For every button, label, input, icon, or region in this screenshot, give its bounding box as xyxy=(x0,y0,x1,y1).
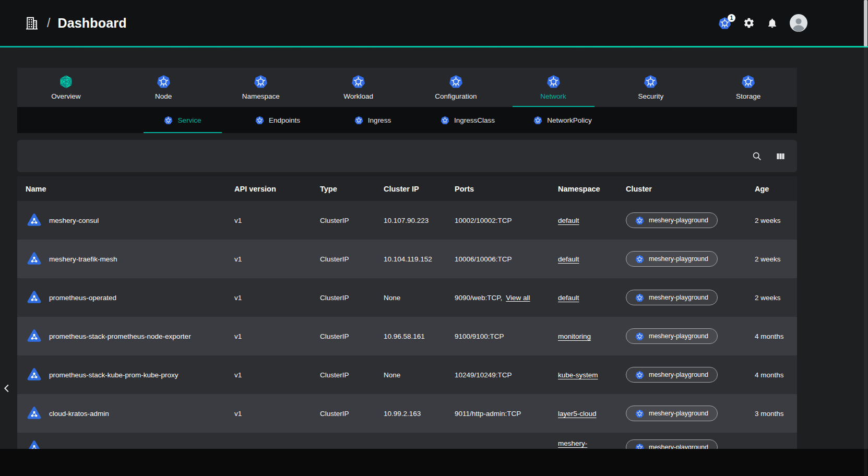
subtab-service[interactable]: Service xyxy=(135,107,230,133)
table-row[interactable]: cloud-kratos-admin v1 ClusterIP 10.99.2.… xyxy=(17,394,797,433)
service-name: prometheus-stack-prometheus-node-exporte… xyxy=(49,332,191,340)
gear-icon xyxy=(743,17,755,29)
namespace-link[interactable]: default xyxy=(558,294,579,302)
api-version-cell: v1 xyxy=(226,255,312,263)
columns-icon xyxy=(776,151,786,161)
cluster-chip[interactable]: meshery-playground xyxy=(626,212,718,228)
type-cell: ClusterIP xyxy=(312,294,375,302)
column-header-namespace[interactable]: Namespace xyxy=(550,185,617,193)
kubernetes-icon xyxy=(533,116,542,125)
scrollbar-thumb[interactable] xyxy=(864,0,867,46)
table-row[interactable]: prometheus-stack-prometheus-node-exporte… xyxy=(17,317,797,355)
subtab-networkpolicy[interactable]: NetworkPolicy xyxy=(515,107,610,133)
table-row[interactable]: meshery-consul v1 ClusterIP 10.107.90.22… xyxy=(17,201,797,240)
header-actions: 1 xyxy=(718,14,807,32)
kubernetes-icon xyxy=(255,116,264,125)
type-cell: ClusterIP xyxy=(312,332,375,340)
cluster-ip-cell: None xyxy=(375,371,446,379)
ports-cell: 9090/web:TCP,View all xyxy=(446,294,550,302)
service-icon xyxy=(26,212,43,228)
age-cell: 2 weeks xyxy=(746,255,797,263)
service-icon xyxy=(26,328,43,344)
network-subtabbar: Service Endpoints Ingress IngressClass N… xyxy=(17,107,797,133)
cluster-ip-cell: None xyxy=(375,294,446,302)
kubernetes-icon xyxy=(635,371,644,379)
namespace-link[interactable]: default xyxy=(558,255,579,263)
type-cell: ClusterIP xyxy=(312,410,375,418)
search-button[interactable] xyxy=(752,151,762,161)
column-header-age[interactable]: Age xyxy=(746,185,797,193)
service-icon xyxy=(26,406,43,421)
type-cell: ClusterIP xyxy=(312,255,375,263)
ports-cell: 10006/10006:TCP xyxy=(446,255,550,263)
column-header-cluster-ip[interactable]: Cluster IP xyxy=(375,185,446,193)
table-toolbar xyxy=(17,140,797,172)
meshery-logo-icon xyxy=(59,75,73,89)
kubernetes-icon xyxy=(635,293,644,302)
cluster-chip[interactable]: meshery-playground xyxy=(626,251,718,267)
cluster-context-button[interactable]: 1 xyxy=(718,17,731,30)
settings-button[interactable] xyxy=(743,17,755,29)
tab-namespace[interactable]: Namespace xyxy=(212,68,310,107)
cluster-chip[interactable]: meshery-playground xyxy=(626,439,718,449)
column-visibility-button[interactable] xyxy=(776,151,786,161)
column-header-api-version[interactable]: API version xyxy=(226,185,312,193)
table-row[interactable]: prometheus-stack-kube-prom-kube-proxy v1… xyxy=(17,355,797,394)
cluster-chip[interactable]: meshery-playground xyxy=(626,406,718,421)
scrollbar-track[interactable] xyxy=(864,0,867,476)
cluster-chip[interactable]: meshery-playground xyxy=(626,328,718,344)
kubernetes-icon xyxy=(635,409,644,418)
cluster-count-badge: 1 xyxy=(728,14,735,22)
kubernetes-icon xyxy=(164,116,173,125)
kubernetes-icon xyxy=(157,75,171,89)
kubernetes-icon xyxy=(351,75,365,89)
table-row[interactable]: meshery- meshery-playground xyxy=(17,433,797,449)
resource-tabbar: Overview Node Namespace Workload Configu… xyxy=(17,68,797,107)
drawer-expand-button[interactable] xyxy=(1,383,13,394)
namespace-link[interactable]: meshery- xyxy=(558,439,587,447)
organization-building-icon[interactable] xyxy=(24,15,40,31)
subtab-ingressclass[interactable]: IngressClass xyxy=(420,107,515,133)
column-header-type[interactable]: Type xyxy=(312,185,375,193)
kubernetes-icon xyxy=(546,75,561,89)
namespace-link[interactable]: kube-system xyxy=(558,371,598,379)
table-row[interactable]: meshery-traefik-mesh v1 ClusterIP 10.104… xyxy=(17,240,797,278)
namespace-link[interactable]: default xyxy=(558,217,579,224)
breadcrumb-separator: / xyxy=(47,16,50,30)
namespace-link[interactable]: monitoring xyxy=(558,332,591,340)
column-header-name[interactable]: Name xyxy=(17,185,226,193)
cluster-ip-cell: 10.104.119.152 xyxy=(375,255,446,263)
column-header-ports[interactable]: Ports xyxy=(446,185,550,193)
tab-node[interactable]: Node xyxy=(115,68,212,107)
namespace-link[interactable]: layer5-cloud xyxy=(558,410,597,418)
tab-storage[interactable]: Storage xyxy=(699,68,797,107)
cluster-ip-cell: 10.107.90.223 xyxy=(375,217,446,224)
subtab-endpoints[interactable]: Endpoints xyxy=(230,107,325,133)
tab-overview[interactable]: Overview xyxy=(17,68,115,107)
breadcrumb: / Dashboard xyxy=(24,15,127,31)
ports-cell: 9011/http-admin:TCP xyxy=(446,410,550,418)
notifications-button[interactable] xyxy=(767,18,778,29)
age-cell: 3 months xyxy=(746,410,797,418)
service-name: cloud-kratos-admin xyxy=(49,410,109,418)
api-version-cell: v1 xyxy=(226,410,312,418)
bell-icon xyxy=(767,18,778,29)
kubernetes-icon xyxy=(635,443,644,449)
search-icon xyxy=(752,151,762,161)
subtab-ingress[interactable]: Ingress xyxy=(325,107,420,133)
table-row[interactable]: prometheus-operated v1 ClusterIP None 90… xyxy=(17,278,797,317)
column-header-cluster[interactable]: Cluster xyxy=(617,185,746,193)
api-version-cell: v1 xyxy=(226,217,312,224)
cluster-chip[interactable]: meshery-playground xyxy=(626,367,718,383)
age-cell: 4 months xyxy=(746,332,797,340)
tab-configuration[interactable]: Configuration xyxy=(407,68,505,107)
tab-workload[interactable]: Workload xyxy=(310,68,407,107)
user-avatar[interactable] xyxy=(790,14,807,32)
cluster-chip[interactable]: meshery-playground xyxy=(626,290,718,305)
kubernetes-icon xyxy=(741,75,755,89)
tab-security[interactable]: Security xyxy=(602,68,700,107)
kubernetes-icon xyxy=(441,116,449,125)
kubernetes-icon xyxy=(635,216,644,225)
view-all-link[interactable]: View all xyxy=(506,294,530,302)
tab-network[interactable]: Network xyxy=(505,68,602,107)
